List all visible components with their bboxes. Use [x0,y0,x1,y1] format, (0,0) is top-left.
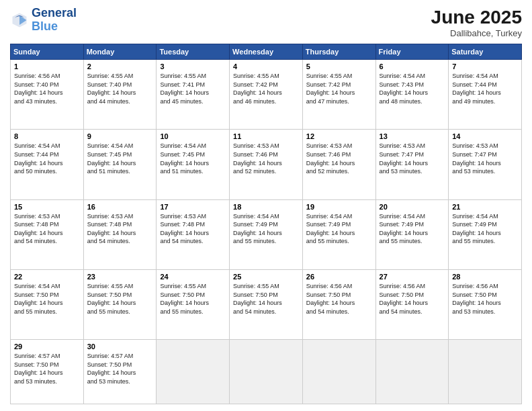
table-row: 14 Sunrise: 4:53 AMSunset: 7:47 PMDaylig… [449,130,522,199]
table-row: 6 Sunrise: 4:54 AMSunset: 7:43 PMDayligh… [375,60,449,130]
day-info: Sunrise: 4:55 AMSunset: 7:40 PMDaylight:… [87,72,153,105]
day-number: 18 [233,203,299,211]
day-number: 1 [14,62,80,71]
day-info: Sunrise: 4:56 AMSunset: 7:40 PMDaylight:… [14,72,80,105]
table-row: 27 Sunrise: 4:56 AMSunset: 7:50 PMDaylig… [375,269,449,339]
col-saturday: Saturday [449,44,522,60]
day-info: Sunrise: 4:53 AMSunset: 7:46 PMDaylight:… [306,142,372,175]
table-row: 13 Sunrise: 4:53 AMSunset: 7:47 PMDaylig… [375,130,449,199]
day-number: 7 [452,62,518,71]
day-number: 25 [233,273,299,281]
logo: General Blue [10,7,77,34]
table-row: 23 Sunrise: 4:55 AMSunset: 7:50 PMDaylig… [83,269,157,339]
day-number: 26 [306,273,372,281]
day-info: Sunrise: 4:54 AMSunset: 7:49 PMDaylight:… [233,212,299,246]
table-row: 26 Sunrise: 4:56 AMSunset: 7:50 PMDaylig… [302,269,375,339]
day-number: 17 [160,203,226,211]
day-number: 8 [14,132,80,140]
col-monday: Monday [83,44,157,60]
day-number: 11 [233,132,299,140]
day-info: Sunrise: 4:54 AMSunset: 7:50 PMDaylight:… [14,282,80,316]
calendar-week-row: 29 Sunrise: 4:57 AMSunset: 7:50 PMDaylig… [11,340,522,404]
table-row: 29 Sunrise: 4:57 AMSunset: 7:50 PMDaylig… [11,340,84,404]
day-info: Sunrise: 4:56 AMSunset: 7:50 PMDaylight:… [452,282,518,316]
day-info: Sunrise: 4:56 AMSunset: 7:50 PMDaylight:… [380,282,445,316]
table-row: 22 Sunrise: 4:54 AMSunset: 7:50 PMDaylig… [11,269,84,339]
table-row: 11 Sunrise: 4:53 AMSunset: 7:46 PMDaylig… [230,130,303,199]
table-row: 2 Sunrise: 4:55 AMSunset: 7:40 PMDayligh… [83,60,157,130]
day-info: Sunrise: 4:53 AMSunset: 7:47 PMDaylight:… [452,142,518,175]
day-number: 2 [87,62,153,71]
day-info: Sunrise: 4:57 AMSunset: 7:50 PMDaylight:… [87,352,153,385]
day-number: 10 [160,132,226,140]
day-info: Sunrise: 4:54 AMSunset: 7:44 PMDaylight:… [452,72,518,105]
header: General Blue June 2025 Dallibahce, Turke… [10,7,522,38]
table-row: 30 Sunrise: 4:57 AMSunset: 7:50 PMDaylig… [83,340,157,404]
table-row: 19 Sunrise: 4:54 AMSunset: 7:49 PMDaylig… [302,199,375,269]
table-row: 1 Sunrise: 4:56 AMSunset: 7:40 PMDayligh… [11,60,84,130]
day-info: Sunrise: 4:53 AMSunset: 7:48 PMDaylight:… [14,212,80,246]
col-friday: Friday [375,44,449,60]
day-number: 3 [160,62,226,71]
table-row [449,340,522,404]
table-row: 24 Sunrise: 4:55 AMSunset: 7:50 PMDaylig… [157,269,230,339]
day-info: Sunrise: 4:55 AMSunset: 7:50 PMDaylight:… [233,282,299,316]
calendar-week-row: 22 Sunrise: 4:54 AMSunset: 7:50 PMDaylig… [11,269,522,339]
calendar-header-row: Sunday Monday Tuesday Wednesday Thursday… [11,44,522,60]
day-number: 19 [306,203,372,211]
day-number: 24 [160,273,226,281]
day-number: 22 [14,273,80,281]
day-number: 27 [380,273,445,281]
day-info: Sunrise: 4:54 AMSunset: 7:49 PMDaylight:… [380,212,445,246]
col-tuesday: Tuesday [157,44,230,60]
day-info: Sunrise: 4:53 AMSunset: 7:48 PMDaylight:… [87,212,153,246]
col-wednesday: Wednesday [230,44,303,60]
table-row: 15 Sunrise: 4:53 AMSunset: 7:48 PMDaylig… [11,199,84,269]
day-info: Sunrise: 4:54 AMSunset: 7:44 PMDaylight:… [14,142,80,175]
table-row: 18 Sunrise: 4:54 AMSunset: 7:49 PMDaylig… [230,199,303,269]
table-row: 4 Sunrise: 4:55 AMSunset: 7:42 PMDayligh… [230,60,303,130]
table-row: 16 Sunrise: 4:53 AMSunset: 7:48 PMDaylig… [83,199,157,269]
table-row: 3 Sunrise: 4:55 AMSunset: 7:41 PMDayligh… [157,60,230,130]
calendar-week-row: 8 Sunrise: 4:54 AMSunset: 7:44 PMDayligh… [11,130,522,199]
table-row: 25 Sunrise: 4:55 AMSunset: 7:50 PMDaylig… [230,269,303,339]
col-sunday: Sunday [11,44,84,60]
day-info: Sunrise: 4:56 AMSunset: 7:50 PMDaylight:… [306,282,372,316]
table-row: 9 Sunrise: 4:54 AMSunset: 7:45 PMDayligh… [83,130,157,199]
table-row: 12 Sunrise: 4:53 AMSunset: 7:46 PMDaylig… [302,130,375,199]
table-row: 8 Sunrise: 4:54 AMSunset: 7:44 PMDayligh… [11,130,84,199]
day-number: 30 [87,342,153,351]
location: Dallibahce, Turkey [431,28,522,38]
table-row: 7 Sunrise: 4:54 AMSunset: 7:44 PMDayligh… [449,60,522,130]
day-info: Sunrise: 4:53 AMSunset: 7:46 PMDaylight:… [233,142,299,175]
day-number: 20 [380,203,445,211]
title-block: June 2025 Dallibahce, Turkey [431,7,522,38]
day-number: 12 [306,132,372,140]
day-info: Sunrise: 4:54 AMSunset: 7:45 PMDaylight:… [160,142,226,175]
day-number: 28 [452,273,518,281]
table-row [302,340,375,404]
day-number: 16 [87,203,153,211]
day-info: Sunrise: 4:55 AMSunset: 7:50 PMDaylight:… [87,282,153,316]
logo-text: General Blue [32,7,77,34]
day-info: Sunrise: 4:55 AMSunset: 7:50 PMDaylight:… [160,282,226,316]
day-info: Sunrise: 4:54 AMSunset: 7:49 PMDaylight:… [452,212,518,246]
day-info: Sunrise: 4:55 AMSunset: 7:42 PMDaylight:… [306,72,372,105]
col-thursday: Thursday [302,44,375,60]
logo-icon [10,11,29,30]
calendar-week-row: 15 Sunrise: 4:53 AMSunset: 7:48 PMDaylig… [11,199,522,269]
day-number: 13 [380,132,445,140]
day-info: Sunrise: 4:53 AMSunset: 7:47 PMDaylight:… [380,142,445,175]
table-row: 28 Sunrise: 4:56 AMSunset: 7:50 PMDaylig… [449,269,522,339]
day-info: Sunrise: 4:53 AMSunset: 7:48 PMDaylight:… [160,212,226,246]
day-number: 6 [380,62,445,71]
day-info: Sunrise: 4:57 AMSunset: 7:50 PMDaylight:… [14,352,80,385]
table-row: 17 Sunrise: 4:53 AMSunset: 7:48 PMDaylig… [157,199,230,269]
day-info: Sunrise: 4:55 AMSunset: 7:41 PMDaylight:… [160,72,226,105]
table-row [375,340,449,404]
day-info: Sunrise: 4:54 AMSunset: 7:45 PMDaylight:… [87,142,153,175]
calendar-week-row: 1 Sunrise: 4:56 AMSunset: 7:40 PMDayligh… [11,60,522,130]
day-number: 15 [14,203,80,211]
day-number: 9 [87,132,153,140]
day-number: 4 [233,62,299,71]
